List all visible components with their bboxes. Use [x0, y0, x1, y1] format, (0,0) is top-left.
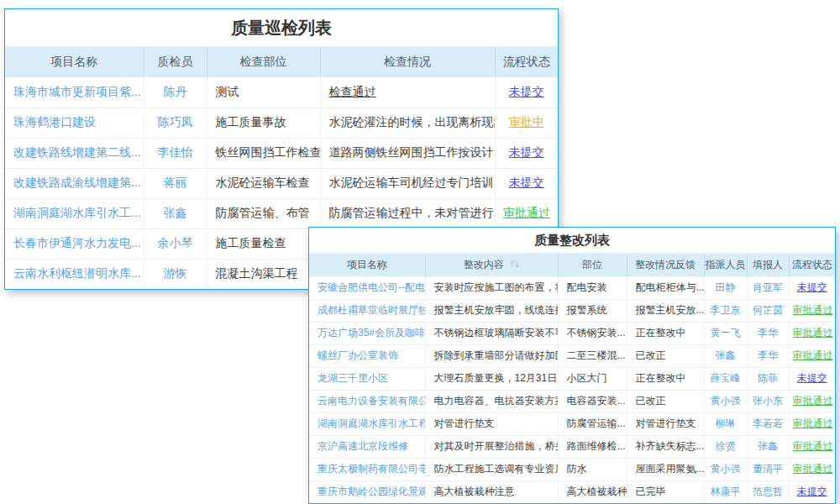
- flow-status-link[interactable]: 审批通过: [789, 322, 835, 344]
- reporter-name-link[interactable]: 董清平: [747, 458, 789, 480]
- col-header-inspector: 质检员: [144, 47, 207, 77]
- reporter-name-link[interactable]: 何芷茵: [747, 299, 789, 322]
- project-name-link[interactable]: 改建铁路成渝线增建第...: [5, 168, 144, 198]
- flow-status-link[interactable]: 审批通过: [789, 435, 835, 458]
- inspection-situation-cell: 水泥砼灌注的时候，出现离析现象: [320, 108, 495, 138]
- rectify-content-cell: 不锈钢边框玻璃隔断安装不牢...: [425, 322, 558, 344]
- rectification-table-title: 质量整改列表: [309, 228, 835, 254]
- feedback-cell: 屋面采用聚氨...: [627, 458, 704, 480]
- feedback-cell: 已改正: [627, 344, 704, 367]
- col-header-flow-status: 流程状态: [789, 254, 835, 276]
- inspector-name-link[interactable]: 张鑫: [144, 198, 207, 228]
- reporter-name-link[interactable]: 张小东: [747, 390, 789, 412]
- part-cell: 二至三楼混...: [558, 344, 627, 367]
- part-cell: 路面维修检...: [558, 435, 627, 458]
- col-header-inspection-part: 检查部位: [207, 47, 320, 77]
- flow-status-link[interactable]: 未提交: [495, 168, 558, 198]
- inspector-name-link[interactable]: 陈丹: [144, 77, 207, 108]
- project-name-link[interactable]: 湖南洞庭湖水库引水工...: [5, 198, 144, 228]
- flow-status-link[interactable]: 审批通过: [495, 198, 558, 228]
- project-name-link[interactable]: 云南水利枢纽潜明水库...: [5, 259, 144, 289]
- col-header-part: 部位: [558, 254, 627, 276]
- assignee-name-link[interactable]: 李卫东: [704, 299, 747, 322]
- assignee-name-link[interactable]: 黄小强: [704, 390, 747, 412]
- flow-status-link[interactable]: 审批通过: [789, 299, 835, 322]
- project-name-link[interactable]: 龙湖三千里小区: [309, 367, 425, 390]
- project-name-link[interactable]: 京沪高速北京段维修: [309, 435, 425, 458]
- inspection-header-row: 项目名称 质检员 检查部位 检查情况 流程状态: [5, 47, 558, 77]
- rectify-content-cell: 报警主机安放牢固，线缆连接...: [425, 299, 558, 322]
- project-name-link[interactable]: 云南电力设备安装有限公司20...: [309, 390, 425, 412]
- assignee-name-link[interactable]: 徐贤: [704, 435, 747, 458]
- flow-status-link[interactable]: 审批中: [495, 108, 558, 138]
- project-name-link[interactable]: 重庆太极制药有限公司亳州中...: [309, 458, 425, 480]
- col-header-assignee: 指派人员: [704, 254, 747, 276]
- flow-status-link[interactable]: 审批通过: [789, 412, 835, 435]
- project-name-link[interactable]: 成都杜甫草堂临时展厅独立展...: [309, 299, 425, 322]
- flow-status-link[interactable]: 审批通过: [789, 390, 835, 412]
- feedback-cell: 已改正: [627, 390, 704, 412]
- rectify-content-cell: 安装时应按施工图的布置，将...: [425, 276, 558, 299]
- project-name-link[interactable]: 湖南洞庭湖水库引水工程施工标: [309, 412, 425, 435]
- flow-status-link[interactable]: 审批通过: [789, 344, 835, 367]
- project-name-link[interactable]: 改建铁路线增建第二线...: [5, 138, 144, 168]
- reporter-name-link[interactable]: 李华: [747, 344, 789, 367]
- rectify-content-cell: 防水工程施工选调有专业资质...: [425, 458, 558, 480]
- inspection-situation-cell: 检查通过: [320, 77, 495, 108]
- assignee-name-link[interactable]: 黄一飞: [704, 322, 747, 344]
- assignee-name-link[interactable]: 薛宝峰: [704, 367, 747, 390]
- col-header-rectify-content[interactable]: 整改内容: [425, 254, 558, 276]
- feedback-cell: 补齐缺失标志...: [627, 435, 704, 458]
- flow-status-link[interactable]: 未提交: [789, 367, 835, 390]
- project-name-link[interactable]: 安徽合肥供电公司--配电设备...: [309, 276, 425, 299]
- inspector-name-link[interactable]: 余小琴: [144, 228, 207, 259]
- flow-status-link[interactable]: 未提交: [789, 276, 835, 299]
- part-cell: 电容器安装...: [558, 390, 627, 412]
- rectify-content-cell: 电力电容器、电抗器安装方案...: [425, 390, 558, 412]
- reporter-name-link[interactable]: 范思哲: [747, 480, 789, 503]
- rectify-content-cell: 对其及时开展整治措施，桥头...: [425, 435, 558, 458]
- reporter-name-link[interactable]: 李若若: [747, 412, 789, 435]
- flow-status-link[interactable]: 未提交: [789, 480, 835, 503]
- inspector-name-link[interactable]: 蒋丽: [144, 168, 207, 198]
- col-header-project-name: 项目名称: [5, 47, 144, 77]
- inspection-part-cell: 施工质量检查: [207, 228, 320, 259]
- reporter-name-link[interactable]: 李华: [747, 322, 789, 344]
- reporter-name-link[interactable]: 陈菲: [747, 367, 789, 390]
- part-cell: 防腐管运输...: [558, 412, 627, 435]
- sort-icon[interactable]: [510, 260, 519, 271]
- inspector-name-link[interactable]: 李佳怡: [144, 138, 207, 168]
- col-header-inspection-situation: 检查情况: [320, 47, 495, 77]
- project-name-link[interactable]: 长春市伊通河水力发电...: [5, 228, 144, 259]
- assignee-name-link[interactable]: 柳琳: [704, 412, 747, 435]
- assignee-name-link[interactable]: 张鑫: [704, 344, 747, 367]
- table-row: 成都杜甫草堂临时展厅独立展...报警主机安放牢固，线缆连接...报警系统报警主机…: [309, 299, 835, 322]
- feedback-cell: 配电柜柜体与...: [627, 276, 704, 299]
- table-row: 珠海市城市更新项目紫...陈丹测试检查通过未提交: [5, 77, 558, 108]
- project-name-link[interactable]: 螺丝厂办公室装饰: [309, 344, 425, 367]
- inspection-situation-cell: 道路两侧铁丝网围挡工作按设计...: [320, 138, 495, 168]
- project-name-link[interactable]: 珠海鹤港口建设: [5, 108, 144, 138]
- project-name-link[interactable]: 万达广场35#会所及咖啡厅空...: [309, 322, 425, 344]
- flow-status-link[interactable]: 未提交: [495, 138, 558, 168]
- inspector-name-link[interactable]: 游恢: [144, 259, 207, 289]
- table-row: 改建铁路线增建第二线...李佳怡铁丝网围挡工作检查道路两侧铁丝网围挡工作按设计.…: [5, 138, 558, 168]
- reporter-name-link[interactable]: 张鑫: [747, 435, 789, 458]
- assignee-name-link[interactable]: 林康平: [704, 480, 747, 503]
- assignee-name-link[interactable]: 黄小强: [704, 458, 747, 480]
- project-name-link[interactable]: 重庆市鹅岭公园绿化景观提升...: [309, 480, 425, 503]
- feedback-cell: 已完毕: [627, 480, 704, 503]
- rectify-content-cell: 大理石质量更换，12月31日之...: [425, 367, 558, 390]
- rectify-content-cell: 高大植被栽种注意: [425, 480, 558, 503]
- part-cell: 高大植被栽种: [558, 480, 627, 503]
- feedback-cell: 报警主机安放...: [627, 299, 704, 322]
- flow-status-link[interactable]: 未提交: [495, 77, 558, 108]
- reporter-name-link[interactable]: 肖亚军: [747, 276, 789, 299]
- project-name-link[interactable]: 珠海市城市更新项目紫...: [5, 77, 144, 108]
- flow-status-link[interactable]: 审批通过: [789, 458, 835, 480]
- inspector-name-link[interactable]: 陈巧凤: [144, 108, 207, 138]
- rectify-content-label: 整改内容: [464, 259, 504, 270]
- table-row: 万达广场35#会所及咖啡厅空...不锈钢边框玻璃隔断安装不牢...不锈钢安装..…: [309, 322, 835, 344]
- assignee-name-link[interactable]: 田静: [704, 276, 747, 299]
- part-cell: 报警系统: [558, 299, 627, 322]
